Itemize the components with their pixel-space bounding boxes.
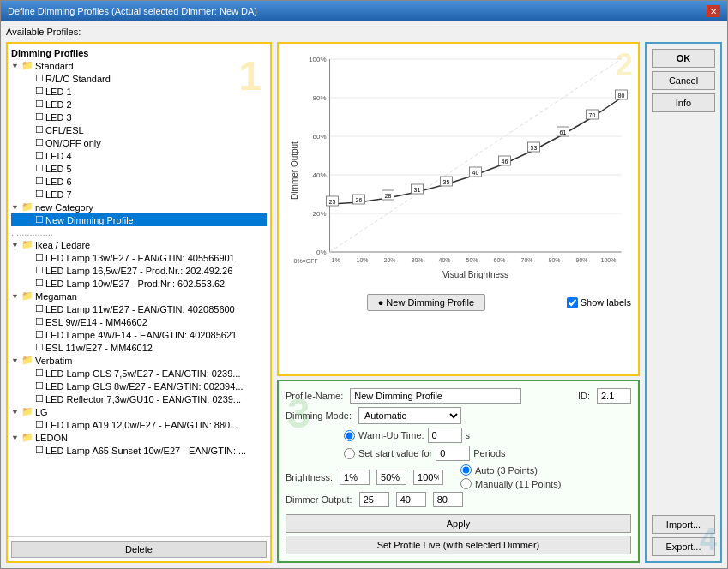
svg-text:40: 40	[472, 170, 479, 176]
tree-item-verbatim[interactable]: ▼📁Verbatim	[11, 354, 267, 367]
set-live-button[interactable]: Set Profile Live (with selected Dimmer)	[286, 536, 631, 554]
svg-text:80: 80	[618, 93, 625, 99]
file-icon: ☐	[35, 316, 44, 327]
dimmer-1[interactable]	[359, 492, 389, 507]
title-bar: Define Dimming Profiles (Actual selected…	[1, 1, 727, 21]
file-icon: ☐	[35, 303, 44, 314]
tree-item-verb1[interactable]: ☐LED Lamp GLS 7,5w/E27 - EAN/GTIN: 0239.…	[11, 367, 267, 380]
brightness-50[interactable]	[376, 470, 406, 485]
tree-item-ikea3[interactable]: ☐LED Lamp 10w/E27 - Prod.Nr.: 602.553.62	[11, 277, 267, 290]
new-profile-button[interactable]: ● New Dimming Profile	[367, 294, 485, 311]
tree-item-ledon[interactable]: ▼📁LEDON	[11, 431, 267, 444]
setstart-radio[interactable]	[344, 448, 355, 459]
close-button[interactable]: ✕	[707, 5, 720, 17]
tree-item-led3[interactable]: ☐LED 3	[11, 111, 267, 123]
file-icon: ☐	[35, 214, 44, 225]
warmup-radio[interactable]	[344, 430, 355, 441]
tree-item-label: Standard	[35, 61, 74, 71]
file-icon: ☐	[35, 189, 44, 200]
file-icon: ☐	[35, 73, 44, 84]
tree-item-label: LED Lamp GLS 8w/E27 - EAN/GTIN: 002394..…	[45, 381, 244, 392]
dimming-mode-select[interactable]: Automatic Manual Phase Cut	[358, 407, 461, 424]
cancel-button[interactable]: Cancel	[652, 71, 715, 90]
apply-button[interactable]: Apply	[286, 514, 631, 533]
tree-item-lg1[interactable]: ☐LED Lamp A19 12,0w/E27 - EAN/GTIN: 880.…	[11, 418, 267, 431]
tree-item-led7[interactable]: ☐LED 7	[11, 188, 267, 201]
manual-radio[interactable]	[460, 478, 472, 489]
tree-item-verb2[interactable]: ☐LED Lamp GLS 8w/E27 - EAN/GTIN: 002394.…	[11, 380, 267, 392]
manual-radio-label: Manually (11 Points)	[475, 479, 561, 489]
show-labels-checkbox[interactable]	[567, 297, 578, 308]
import-button[interactable]: Import...	[652, 515, 715, 534]
tree-item-mega4[interactable]: ☐ESL 11w/E27 - MM46012	[11, 341, 267, 354]
tree-item-led5[interactable]: ☐LED 5	[11, 162, 267, 175]
svg-text:Visual Brightness: Visual Brightness	[442, 270, 508, 279]
profile-name-input[interactable]	[350, 388, 521, 404]
tree-item-label: LED Lamp A19 12,0w/E27 - EAN/GTIN: 880..…	[45, 420, 238, 430]
tree-item-mega2[interactable]: ☐ESL 9w/E14 - MM46602	[11, 315, 267, 328]
file-icon: ☐	[35, 99, 44, 110]
tree-item-label: CFL/ESL	[45, 125, 84, 135]
brightness-1[interactable]	[340, 470, 370, 485]
tree-item-label: LED 3	[45, 112, 72, 123]
info-button[interactable]: Info	[652, 93, 715, 112]
tree-item-led6[interactable]: ☐LED 6	[11, 175, 267, 188]
dimmer-output-label: Dimmer Output:	[286, 494, 352, 505]
tree-item-onoff[interactable]: ☐ON/OFF only	[11, 136, 267, 149]
file-icon: ☐	[35, 445, 44, 456]
dimmer-100[interactable]	[433, 492, 463, 507]
warmup-value[interactable]	[428, 428, 462, 443]
tree-item-newdimprof[interactable]: ☐New Dimming Profile	[11, 213, 267, 226]
setstart-label: Set start value for	[358, 448, 432, 458]
tree-item-mega3[interactable]: ☐LED Lampe 4W/E14 - EAN/GTIN: 402085621	[11, 328, 267, 341]
manual-radio-row: Manually (11 Points)	[460, 478, 561, 489]
tree-item-sep1[interactable]: ................	[11, 226, 267, 238]
expand-icon: ▼	[11, 292, 21, 301]
tree-item-verb3[interactable]: ☐LED Reflector 7,3w/GU10 - EAN/GTIN: 023…	[11, 392, 267, 405]
tree-item-standard[interactable]: ▼📁Standard	[11, 59, 267, 72]
radio-options: Warm-Up Time: s Set start value for Peri…	[344, 428, 506, 461]
tree-item-ikea[interactable]: ▼📁Ikea / Ledare	[11, 238, 267, 251]
tree-item-megaman[interactable]: ▼📁Megaman	[11, 290, 267, 302]
tree-item-label: LED 5	[45, 164, 72, 174]
brightness-100[interactable]	[413, 470, 443, 485]
setstart-unit: Periods	[473, 448, 505, 458]
warmup-label: Warm-Up Time:	[358, 430, 424, 440]
tree-item-rlc[interactable]: ☐R/L/C Standard	[11, 72, 267, 85]
tree-item-mega1[interactable]: ☐LED Lamp 11w/E27 - EAN/GTIN: 402085600	[11, 302, 267, 315]
svg-text:10%: 10%	[357, 257, 369, 263]
auto-radio[interactable]	[460, 464, 472, 476]
expand-icon: ▼	[11, 241, 21, 249]
svg-text:26: 26	[356, 197, 363, 203]
svg-text:28: 28	[385, 193, 392, 199]
tree-item-ikea2[interactable]: ☐LED Lamp 16,5w/E27 - Prod.Nr.: 202.492.…	[11, 264, 267, 277]
svg-text:70%: 70%	[521, 257, 533, 263]
tree-item-led1[interactable]: ☐LED 1	[11, 85, 267, 98]
id-input[interactable]	[597, 388, 631, 404]
tree-item-ikea1[interactable]: ☐LED Lamp 13w/E27 - EAN/GTIN: 405566901	[11, 251, 267, 264]
setstart-value[interactable]	[436, 446, 470, 461]
delete-button[interactable]: Delete	[11, 541, 267, 558]
export-button[interactable]: Export...	[652, 537, 715, 556]
svg-text:25: 25	[329, 199, 336, 205]
svg-text:1%: 1%	[332, 257, 340, 263]
brightness-row: Brightness: Auto (3 Points) Manually	[286, 464, 631, 489]
chart-svg: Dimmer Output 100% 80% 60% 40%	[286, 51, 631, 290]
file-icon: ☐	[35, 86, 44, 97]
tree-item-led2[interactable]: ☐LED 2	[11, 98, 267, 111]
expand-icon: ▼	[11, 62, 21, 70]
ok-button[interactable]: OK	[652, 49, 715, 68]
folder-icon: 📁	[21, 201, 33, 213]
file-icon: ☐	[35, 252, 44, 263]
dimmer-50[interactable]	[396, 492, 426, 507]
tree-item-ledon1[interactable]: ☐LED Lamp A65 Sunset 10w/E27 - EAN/GTIN:…	[11, 444, 267, 457]
tree-item-cflesl[interactable]: ☐CFL/ESL	[11, 123, 267, 136]
show-labels-container: Show labels	[567, 297, 631, 308]
file-icon: ☐	[35, 265, 44, 276]
svg-text:90%: 90%	[576, 257, 588, 263]
tree-item-led4[interactable]: ☐LED 4	[11, 149, 267, 162]
svg-line-27	[330, 59, 622, 252]
tree-item-newcat[interactable]: ▼📁new Category	[11, 201, 267, 213]
profile-tree[interactable]: Dimming Profiles ▼📁Standard ☐R/L/C Stand…	[8, 44, 270, 536]
tree-item-lg[interactable]: ▼📁LG	[11, 405, 267, 418]
